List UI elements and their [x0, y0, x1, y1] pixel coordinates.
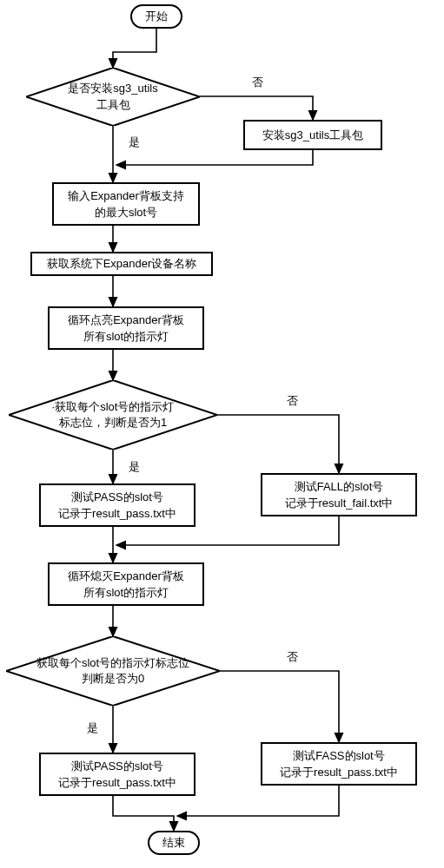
process-light-on: 循环点亮Expander背板 所有slot的指示灯 [48, 306, 204, 350]
p-lighton-l1: 循环点亮Expander背板 [68, 312, 184, 329]
edge-label-no-3: 否 [287, 649, 298, 665]
decision-flag-1: ·获取每个slot号的指示灯 标志位，判断是否为1 [9, 380, 217, 450]
p-install-label: 安装sg3_utils工具包 [262, 127, 363, 144]
p-pass1-l1: 测试PASS的slot号 [71, 489, 163, 506]
d3-l1: 获取每个slot号的指示灯标志位 [36, 655, 189, 671]
process-pass1: 测试PASS的slot号 记录于result_pass.txt中 [39, 483, 195, 527]
p-fass-l2: 记录于result_pass.txt中 [280, 764, 398, 781]
process-get-devicename: 获取系统下Expander设备名称 [30, 252, 213, 276]
end-node: 结束 [148, 831, 200, 855]
decision-sg3utils: 是否安装sg3_utils 工具包 [26, 68, 200, 126]
p-pass2-l2: 记录于result_pass.txt中 [58, 774, 176, 792]
p-fail1-l2: 记录于result_fail.txt中 [285, 495, 394, 512]
edge-label-yes-1: 是 [129, 135, 140, 150]
d2-l1: ·获取每个slot号的指示灯 [52, 399, 175, 415]
p-pass1-l2: 记录于result_pass.txt中 [58, 505, 176, 523]
edge-label-no-2: 否 [287, 393, 298, 409]
end-label: 结束 [162, 834, 185, 852]
process-fail1: 测试FALL的slot号 记录于result_fail.txt中 [261, 473, 417, 516]
edge-label-yes-2: 是 [129, 459, 140, 475]
process-input-maxslot: 输入Expander背板支持 的最大slot号 [52, 182, 200, 226]
process-pass2: 测试PASS的slot号 记录于result_pass.txt中 [39, 753, 195, 796]
d1-line2: 工具包 [96, 97, 130, 113]
d1-line1: 是否安装sg3_utils [68, 81, 157, 96]
p-fail1-l1: 测试FALL的slot号 [295, 478, 384, 496]
p-lighton-l2: 所有slot的指示灯 [83, 328, 169, 345]
p-lightoff-l2: 所有slot的指示灯 [83, 584, 169, 602]
d3-l2: 判断是否为0 [82, 671, 144, 687]
process-light-off: 循环熄灭Expander背板 所有slot的指示灯 [48, 562, 204, 606]
p-pass2-l1: 测试PASS的slot号 [71, 758, 163, 775]
p-input-l2: 的最大slot号 [95, 204, 157, 221]
start-node: 开始 [130, 4, 182, 29]
p-lightoff-l1: 循环熄灭Expander背板 [68, 568, 184, 585]
process-install: 安装sg3_utils工具包 [243, 120, 382, 150]
edge-label-no-1: 否 [252, 75, 263, 90]
p-fass-l1: 测试FASS的slot号 [293, 747, 384, 765]
p-getname-label: 获取系统下Expander设备名称 [47, 255, 197, 273]
p-input-l1: 输入Expander背板支持 [68, 187, 184, 205]
decision-flag-0: 获取每个slot号的指示灯标志位 判断是否为0 [6, 636, 220, 706]
d2-l2: 标志位，判断是否为1 [59, 415, 167, 431]
edge-label-yes-3: 是 [87, 720, 98, 736]
start-label: 开始 [145, 8, 168, 25]
process-fass: 测试FASS的slot号 记录于result_pass.txt中 [261, 742, 417, 786]
